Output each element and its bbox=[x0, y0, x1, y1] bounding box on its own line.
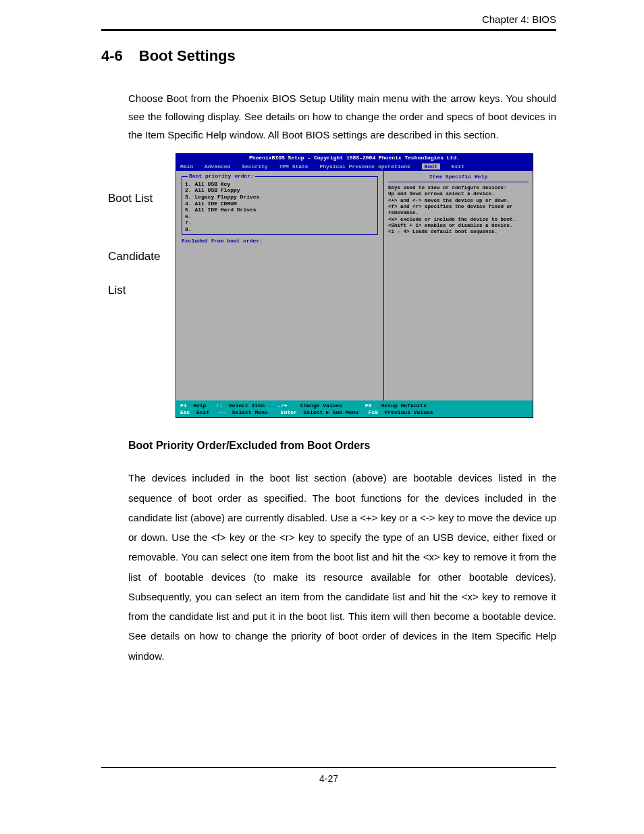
key-esc: Esc bbox=[180, 409, 190, 415]
footer-exit: Exit bbox=[196, 409, 209, 415]
bios-help-pane: Item Specific Help Keys used to view or … bbox=[383, 171, 533, 400]
menu-exit[interactable]: Exit bbox=[452, 163, 464, 170]
excluded-label: Excluded from boot order: bbox=[182, 238, 378, 244]
boot-item[interactable]: 2. All USB Floppy bbox=[185, 187, 375, 194]
footer-prev-values: Previous Values bbox=[385, 409, 433, 415]
label-candidate: Candidate bbox=[108, 249, 176, 264]
menu-advanced[interactable]: Advanced bbox=[205, 163, 230, 170]
header-rule bbox=[101, 29, 556, 31]
help-title: Item Specific Help bbox=[388, 174, 529, 182]
boot-priority-box: Boot priority order: 1. All USB Key 2. A… bbox=[182, 176, 378, 234]
section-number: 4-6 bbox=[101, 47, 123, 65]
menu-ppo[interactable]: Physical Presence operations bbox=[319, 163, 410, 170]
boot-item[interactable]: 5. All IDE Hard Drives bbox=[185, 207, 375, 213]
menu-boot[interactable]: Boot bbox=[422, 163, 440, 170]
footer-rule bbox=[101, 767, 556, 768]
menu-security[interactable]: Security bbox=[242, 163, 267, 170]
footer-change-values: Change Values bbox=[300, 402, 342, 409]
key-plusminus: -/+ bbox=[277, 402, 287, 409]
key-leftright: ←→ bbox=[219, 409, 226, 415]
bios-menu-bar: Main Advanced Security TPM State Physica… bbox=[176, 162, 533, 172]
footer-select-menu: Select Menu bbox=[232, 409, 268, 415]
key-f10: F10 bbox=[369, 409, 378, 415]
boot-item[interactable]: 1. All USB Key bbox=[185, 181, 375, 188]
section-heading: 4-6Boot Settings bbox=[101, 47, 556, 65]
document-page: Chapter 4: BIOS 4-6Boot Settings Choose … bbox=[0, 0, 644, 811]
footer-help: Help bbox=[193, 402, 206, 409]
section-title-text: Boot Settings bbox=[139, 47, 236, 64]
side-labels: Boot List Candidate List bbox=[108, 153, 176, 298]
chapter-header: Chapter 4: BIOS bbox=[101, 14, 556, 25]
subheading: Boot Priority Order/Excluded from Boot O… bbox=[128, 440, 556, 452]
key-f1: F1 bbox=[180, 402, 187, 409]
bios-screenshot: PhoenixBIOS Setup - Copyright 1985-2004 … bbox=[176, 153, 533, 418]
boot-item[interactable]: 7. bbox=[185, 219, 375, 226]
menu-tpm[interactable]: TPM State bbox=[279, 163, 308, 170]
boot-priority-label: Boot priority order: bbox=[188, 173, 255, 179]
footer-select-item: Select Item bbox=[229, 402, 265, 409]
bios-footer: F1 Help ↑↓ Select Item -/+ Change Values… bbox=[176, 400, 533, 417]
menu-main[interactable]: Main bbox=[180, 163, 193, 170]
boot-item[interactable]: 4. All IDE CDROM bbox=[185, 201, 375, 207]
label-boot-list: Boot List bbox=[108, 191, 176, 206]
key-enter: Enter bbox=[281, 409, 297, 415]
key-updown: ↑↓ bbox=[216, 402, 223, 409]
label-list: List bbox=[108, 283, 176, 298]
page-number: 4-27 bbox=[101, 773, 556, 784]
boot-item[interactable]: 6. bbox=[185, 213, 375, 220]
bios-body: Boot priority order: 1. All USB Key 2. A… bbox=[176, 171, 533, 400]
body-paragraph: The devices included in the boot list se… bbox=[128, 468, 556, 666]
help-text: Keys used to view or configure devices: … bbox=[388, 185, 529, 236]
boot-items: 1. All USB Key 2. All USB Floppy 3. Lega… bbox=[185, 181, 375, 233]
bios-title-bar: PhoenixBIOS Setup - Copyright 1985-2004 … bbox=[176, 154, 533, 162]
intro-paragraph: Choose Boot from the Phoenix BIOS Setup … bbox=[128, 89, 556, 144]
footer-defaults: Setup Defaults bbox=[381, 402, 427, 409]
bios-left-pane: Boot priority order: 1. All USB Key 2. A… bbox=[176, 171, 383, 400]
key-f9: F9 bbox=[365, 402, 372, 409]
boot-item[interactable]: 8. bbox=[185, 226, 375, 233]
figure-row: Boot List Candidate List PhoenixBIOS Set… bbox=[108, 153, 556, 418]
footer-submenu: Select ▶ Sub-Menu bbox=[303, 409, 358, 415]
boot-item[interactable]: 3. Legacy Floppy Drives bbox=[185, 194, 375, 201]
